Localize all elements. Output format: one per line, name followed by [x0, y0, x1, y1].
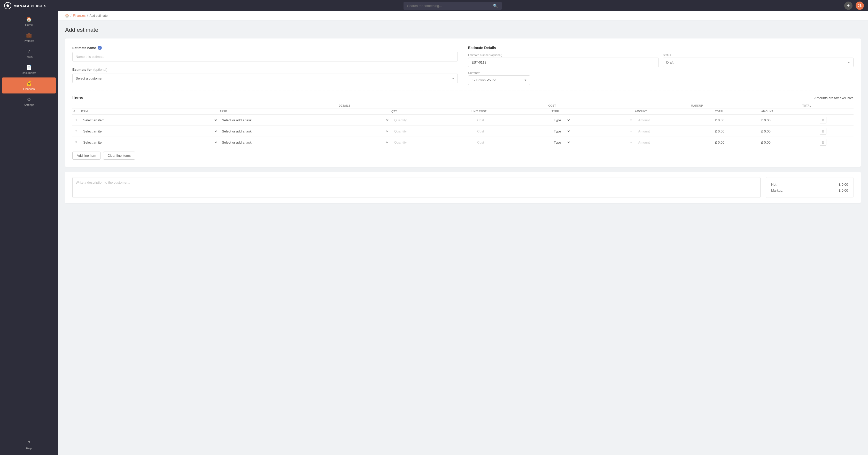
- status-select-wrapper: Draft Sent Approved Declined ▼: [663, 58, 854, 67]
- cost-input-1[interactable]: [471, 117, 490, 123]
- sidebar-item-settings[interactable]: ⚙ Settings: [0, 94, 58, 109]
- col-total: TOTAL: [714, 108, 760, 115]
- currency-row: Currency £ - British Pound $ - US Dollar…: [468, 71, 530, 85]
- type-select-1[interactable]: Type: [552, 117, 571, 124]
- row-num-1: 1: [72, 115, 80, 126]
- row-markup-total-1: £ 0.00: [760, 115, 818, 126]
- delete-row-button-1[interactable]: 🗑: [820, 117, 827, 124]
- amount-input-2[interactable]: [635, 128, 653, 134]
- row-cost-cell-1: [470, 115, 551, 126]
- clear-line-items-button[interactable]: Clear line items: [103, 152, 135, 160]
- type-select-3[interactable]: Type: [552, 139, 571, 145]
- net-row: Net: £ 0.00: [771, 182, 848, 188]
- net-value: £ 0.00: [839, 183, 848, 187]
- items-table: DETAILS COST MARKUP TOTAL # ITEM TASK QT…: [72, 104, 854, 148]
- estimate-number-row: Estimate number (optional): [468, 54, 659, 67]
- sidebar-item-label: Finances: [23, 87, 35, 90]
- item-select-arrow-1: ▼: [215, 119, 217, 122]
- type-select-wrapper-1: Type ▼: [552, 117, 633, 124]
- task-select-arrow-1: ▼: [386, 119, 389, 122]
- main-form-card: Estimate name ? Estimate for (optional) …: [65, 38, 861, 167]
- type-select-wrapper-2: Type ▼: [552, 128, 633, 134]
- breadcrumb: 🏠 / Finances / Add estimate: [58, 11, 868, 21]
- estimate-details-header: Estimate Details: [468, 46, 854, 50]
- task-select-2[interactable]: Select or add a task: [220, 128, 389, 134]
- form-right: Estimate Details Estimate number (option…: [468, 46, 854, 85]
- table-section-header-row: DETAILS COST MARKUP TOTAL: [72, 104, 854, 108]
- amount-input-1[interactable]: [635, 117, 653, 123]
- sidebar-item-finances[interactable]: 💰 Finances: [2, 77, 56, 94]
- sidebar-item-label: Documents: [22, 71, 36, 74]
- item-select-2[interactable]: Select an item: [81, 128, 218, 134]
- add-line-item-button[interactable]: Add line item: [72, 152, 100, 160]
- col-num: #: [72, 108, 80, 115]
- search-input[interactable]: [407, 4, 491, 8]
- avatar: JB: [856, 2, 864, 10]
- breadcrumb-current: Add estimate: [89, 14, 107, 18]
- row-num-3: 3: [72, 137, 80, 148]
- item-select-3[interactable]: Select an item: [81, 139, 218, 145]
- amount-input-3[interactable]: [635, 139, 653, 145]
- sidebar-item-home[interactable]: 🏠 Home: [0, 13, 58, 29]
- qty-input-2[interactable]: [392, 128, 409, 134]
- tasks-icon: ✓: [27, 48, 31, 54]
- section-num: [72, 104, 219, 108]
- customer-select[interactable]: Select a customer: [72, 74, 458, 83]
- items-title: Items: [72, 96, 83, 100]
- sidebar-item-documents[interactable]: 📄 Documents: [0, 61, 58, 77]
- row-total-2: £ 0.00: [714, 126, 760, 137]
- items-tax-note: Amounts are tax exclusive: [814, 96, 854, 100]
- estimate-number-input[interactable]: [468, 58, 659, 67]
- description-textarea[interactable]: [72, 177, 761, 198]
- breadcrumb-sep1: /: [70, 14, 71, 18]
- search-area: 🔍: [61, 2, 844, 10]
- breadcrumb-home-icon[interactable]: 🏠: [65, 14, 69, 18]
- type-select-arrow-2: ▼: [630, 130, 632, 133]
- breadcrumb-finances-link[interactable]: Finances: [73, 14, 86, 18]
- row-type-cell-1: Type ▼: [551, 115, 634, 126]
- sidebar-item-label: Home: [25, 23, 33, 26]
- currency-select-wrapper: £ - British Pound $ - US Dollar € - Euro…: [468, 75, 530, 85]
- sidebar: 🏠 Home 💼 Projects ✓ Tasks 📄 Documents 💰 …: [0, 11, 58, 455]
- type-select-arrow-1: ▼: [630, 119, 632, 122]
- row-amount-cell-1: [634, 115, 714, 126]
- estimate-name-input[interactable]: [72, 52, 458, 61]
- sidebar-item-projects[interactable]: 💼 Projects: [0, 29, 58, 45]
- type-select-2[interactable]: Type: [552, 128, 571, 134]
- cost-input-2[interactable]: [471, 128, 490, 134]
- add-button[interactable]: +: [844, 2, 852, 10]
- customer-select-wrapper: Select a customer ▼: [72, 74, 458, 83]
- row-qty-cell-3: [390, 137, 470, 148]
- table-row: 3 Select an item ▼ Select or add a task …: [72, 137, 854, 148]
- qty-input-3[interactable]: [392, 139, 409, 145]
- currency-select[interactable]: £ - British Pound $ - US Dollar € - Euro: [468, 75, 530, 85]
- item-select-1[interactable]: Select an item: [81, 117, 218, 124]
- cost-input-3[interactable]: [471, 139, 490, 145]
- row-item-cell-2: Select an item ▼: [80, 126, 219, 137]
- row-total-3: £ 0.00: [714, 137, 760, 148]
- delete-row-button-2[interactable]: 🗑: [820, 128, 827, 134]
- row-markup-total-2: £ 0.00: [760, 126, 818, 137]
- sidebar-item-label: Tasks: [25, 55, 33, 58]
- sidebar-item-help[interactable]: ? Help: [0, 437, 58, 453]
- documents-icon: 📄: [26, 65, 32, 70]
- delete-row-button-3[interactable]: 🗑: [820, 139, 827, 145]
- task-select-arrow-2: ▼: [386, 130, 389, 133]
- item-select-wrapper-1: Select an item ▼: [81, 117, 218, 124]
- row-delete-cell-2: 🗑: [819, 126, 854, 137]
- task-select-3[interactable]: Select or add a task: [220, 139, 389, 145]
- row-item-cell-1: Select an item ▼: [80, 115, 219, 126]
- row-qty-cell-1: [390, 115, 470, 126]
- sidebar-item-label: Projects: [24, 39, 34, 42]
- qty-input-1[interactable]: [392, 117, 409, 123]
- status-select[interactable]: Draft Sent Approved Declined: [663, 58, 854, 67]
- items-tbody: 1 Select an item ▼ Select or add a task …: [72, 115, 854, 148]
- logo-icon: [4, 2, 11, 9]
- task-select-1[interactable]: Select or add a task: [220, 117, 389, 124]
- estimate-name-help-icon[interactable]: ?: [98, 46, 102, 50]
- row-cost-cell-3: [470, 137, 551, 148]
- markup-label: Markup:: [771, 189, 783, 192]
- sidebar-item-tasks[interactable]: ✓ Tasks: [0, 45, 58, 61]
- row-type-cell-2: Type ▼: [551, 126, 634, 137]
- help-icon: ?: [28, 440, 30, 446]
